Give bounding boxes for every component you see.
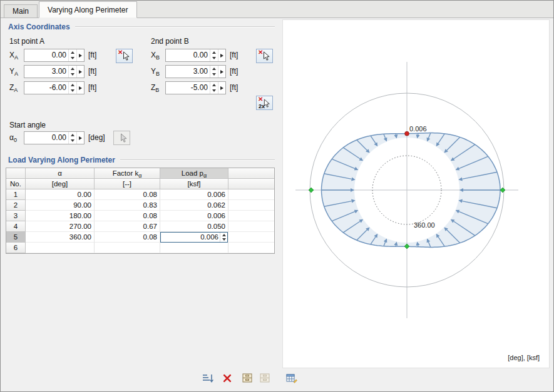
- za-value[interactable]: -6.00: [24, 82, 68, 94]
- diagram-settings-button[interactable]: [284, 371, 299, 385]
- pick-point-b-button[interactable]: ✕: [256, 49, 273, 63]
- xa-value[interactable]: 0.00: [24, 49, 68, 61]
- row-number-cell[interactable]: 6: [6, 243, 26, 253]
- xb-input[interactable]: 0.00: [165, 49, 226, 62]
- xa-expand[interactable]: [76, 49, 84, 61]
- spin-down-icon: [71, 89, 74, 92]
- cell-alpha[interactable]: [26, 243, 95, 253]
- zb-expand[interactable]: [218, 82, 225, 94]
- load-edit-value[interactable]: 0.006: [161, 233, 220, 242]
- ya-input[interactable]: 3.00: [24, 65, 85, 78]
- cell-alpha[interactable]: 180.00: [26, 211, 95, 221]
- pick-point-a-button[interactable]: ✕: [116, 49, 133, 63]
- section-rule: [120, 159, 275, 161]
- cell-factor[interactable]: 0.08: [95, 232, 160, 243]
- load-arrow: [418, 245, 419, 247]
- yb-input[interactable]: 3.00: [165, 65, 226, 78]
- xb-spinner[interactable]: [210, 49, 218, 61]
- load-from-library-button[interactable]: [257, 371, 272, 385]
- yb-spinner[interactable]: [210, 66, 218, 78]
- start-angle-spinner[interactable]: [68, 132, 76, 144]
- start-angle-label: Start angle: [9, 121, 46, 129]
- save-to-library-button[interactable]: [239, 371, 255, 385]
- xa-spinner[interactable]: [68, 49, 76, 61]
- section-title: Load Varying Along Perimeter: [8, 156, 115, 164]
- ya-spinner[interactable]: [68, 66, 76, 78]
- start-angle-expand[interactable]: [76, 132, 84, 144]
- perimeter-load-diagram: 0.006360.00[deg], [ksf]: [283, 20, 549, 368]
- ya-label: YA: [9, 65, 18, 78]
- header-factor[interactable]: Factor kα: [95, 168, 160, 179]
- load-edit-spinbox[interactable]: 0.006: [160, 232, 228, 243]
- axis-marker: [309, 188, 314, 193]
- selected-point-marker: [405, 131, 409, 136]
- zb-input[interactable]: -5.00: [165, 81, 226, 94]
- za-expand[interactable]: [76, 82, 84, 94]
- row-number-cell[interactable]: 4: [6, 221, 26, 232]
- cell-load[interactable]: 0.006: [160, 189, 228, 200]
- cell-filler: [228, 189, 274, 200]
- load-edit-spinner[interactable]: [220, 233, 227, 242]
- tab-main[interactable]: Main: [4, 4, 38, 18]
- pick-cursor-icon: [262, 51, 270, 61]
- table-row: 5360.000.080.006: [6, 232, 274, 243]
- cell-alpha[interactable]: 0.00: [26, 189, 95, 200]
- header-filler: [228, 179, 274, 189]
- load-table-body: 10.000.080.006290.000.830.0623180.000.08…: [6, 189, 274, 253]
- diagram-units-label: [deg], [ksf]: [508, 354, 540, 361]
- cell-filler: [228, 232, 274, 243]
- pick-cursor-icon: [263, 99, 270, 108]
- cell-load[interactable]: [160, 243, 228, 253]
- load-arrow: [418, 133, 419, 135]
- spin-down-icon: [212, 73, 216, 76]
- row-number-cell[interactable]: 2: [6, 200, 26, 211]
- pick-start-angle-button[interactable]: [113, 131, 130, 145]
- xb-unit-label: [ft]: [230, 49, 238, 62]
- tab-varying-along-perimeter[interactable]: Varying Along Perimeter: [39, 1, 137, 18]
- cell-alpha[interactable]: 270.00: [26, 221, 95, 232]
- cell-filler: [228, 200, 274, 211]
- header-corner: [6, 168, 26, 179]
- cell-factor[interactable]: 0.08: [95, 211, 160, 221]
- header-load[interactable]: Load pα: [160, 168, 228, 179]
- za-spinner[interactable]: [68, 82, 76, 94]
- cell-load[interactable]: 0.050: [160, 221, 228, 232]
- row-number-cell[interactable]: 5: [6, 232, 26, 243]
- cell-factor[interactable]: [95, 243, 160, 253]
- spin-down-icon: [212, 89, 216, 92]
- spin-up-icon: [212, 84, 216, 86]
- ya-value[interactable]: 3.00: [24, 66, 68, 78]
- yb-value[interactable]: 3.00: [166, 66, 210, 78]
- cell-factor[interactable]: 0.08: [95, 189, 160, 200]
- cell-alpha[interactable]: 90.00: [26, 200, 95, 211]
- za-input[interactable]: -6.00: [24, 81, 85, 94]
- cell-alpha[interactable]: 360.00: [26, 232, 95, 243]
- section-title: Axis Coordinates: [8, 23, 70, 31]
- cell-load[interactable]: 0.006: [160, 232, 228, 243]
- header-alpha[interactable]: α: [26, 168, 95, 179]
- cell-load[interactable]: 0.062: [160, 200, 228, 211]
- pick-two-points-button[interactable]: ✕ 2x: [256, 96, 273, 110]
- cell-load[interactable]: 0.006: [160, 211, 228, 221]
- selected-angle-label: 360.00: [414, 221, 435, 229]
- start-angle-input[interactable]: 0.00: [24, 131, 85, 144]
- cell-filler: [228, 243, 274, 253]
- row-number-cell[interactable]: 1: [6, 189, 26, 200]
- row-number-cell[interactable]: 3: [6, 211, 26, 221]
- start-angle-value[interactable]: 0.00: [24, 132, 68, 144]
- table-row: 290.000.830.062: [6, 200, 274, 211]
- point-b-label: 2nd point B: [151, 37, 189, 46]
- spin-down-icon: [222, 238, 226, 241]
- zb-spinner[interactable]: [210, 82, 218, 94]
- zb-value[interactable]: -5.00: [166, 82, 210, 94]
- xa-input[interactable]: 0.00: [24, 49, 85, 62]
- xb-expand[interactable]: [218, 49, 225, 61]
- ya-expand[interactable]: [76, 66, 84, 78]
- cell-factor[interactable]: 0.83: [95, 200, 160, 211]
- delete-all-rows-button[interactable]: [219, 371, 235, 385]
- sort-rows-button[interactable]: [200, 371, 215, 385]
- cell-factor[interactable]: 0.67: [95, 221, 160, 232]
- yb-expand[interactable]: [218, 66, 225, 78]
- expand-right-icon: [220, 70, 223, 74]
- xb-value[interactable]: 0.00: [166, 49, 210, 61]
